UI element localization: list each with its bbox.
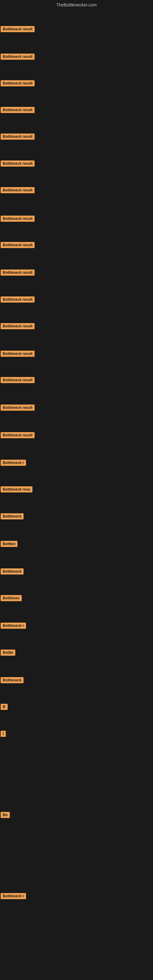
- bottleneck-badge-28: Bo: [1, 812, 10, 818]
- result-row-19[interactable]: Bottleneck: [1, 513, 24, 520]
- bottleneck-badge-1: Bottleneck result: [1, 26, 35, 32]
- result-row-28[interactable]: Bo: [1, 812, 10, 819]
- bottleneck-badge-15: Bottleneck result: [1, 404, 35, 411]
- bottleneck-badge-20: Bottlen: [1, 541, 18, 547]
- bottleneck-badge-16: Bottleneck result: [1, 432, 35, 438]
- result-row-22[interactable]: Bottlenec: [1, 595, 22, 602]
- bottleneck-badge-6: Bottleneck result: [1, 161, 35, 167]
- result-row-3[interactable]: Bottleneck result: [1, 80, 35, 88]
- bottleneck-badge-8: Bottleneck result: [1, 216, 35, 222]
- bottleneck-badge-9: Bottleneck result: [1, 242, 35, 248]
- result-row-13[interactable]: Bottleneck result: [1, 351, 35, 358]
- result-row-25[interactable]: Bottleneck: [1, 677, 24, 684]
- bottleneck-badge-29: Bottleneck r: [1, 893, 26, 899]
- result-row-16[interactable]: Bottleneck result: [1, 432, 35, 439]
- bottleneck-badge-10: Bottleneck result: [1, 269, 35, 275]
- result-row-17[interactable]: Bottleneck r: [1, 460, 26, 467]
- bottleneck-badge-19: Bottleneck: [1, 513, 24, 519]
- bottleneck-badge-22: Bottlenec: [1, 595, 22, 601]
- result-row-6[interactable]: Bottleneck result: [1, 161, 35, 168]
- result-row-2[interactable]: Bottleneck result: [1, 54, 35, 61]
- bottleneck-badge-27: I: [1, 731, 6, 737]
- result-row-18[interactable]: Bottleneck resu: [1, 486, 32, 494]
- result-row-10[interactable]: Bottleneck result: [1, 269, 35, 277]
- bottleneck-badge-3: Bottleneck result: [1, 80, 35, 86]
- result-row-21[interactable]: Bottleneck: [1, 568, 24, 576]
- bottleneck-badge-5: Bottleneck result: [1, 134, 35, 140]
- result-row-11[interactable]: Bottleneck result: [1, 296, 35, 304]
- result-row-14[interactable]: Bottleneck result: [1, 377, 35, 384]
- bottleneck-badge-18: Bottleneck resu: [1, 486, 32, 492]
- result-row-20[interactable]: Bottlen: [1, 541, 18, 548]
- result-row-1[interactable]: Bottleneck result: [1, 26, 35, 33]
- bottleneck-badge-23: Bottleneck r: [1, 623, 26, 629]
- bottleneck-badge-21: Bottleneck: [1, 568, 24, 574]
- result-row-12[interactable]: Bottleneck result: [1, 323, 35, 331]
- bottleneck-badge-26: B: [1, 704, 8, 710]
- result-row-26[interactable]: B: [1, 704, 8, 711]
- bottleneck-badge-11: Bottleneck result: [1, 296, 35, 302]
- bottleneck-badge-12: Bottleneck result: [1, 323, 35, 329]
- bottleneck-badge-4: Bottleneck result: [1, 107, 35, 113]
- bottleneck-badge-24: Bottle: [1, 649, 15, 656]
- result-row-8[interactable]: Bottleneck result: [1, 216, 35, 223]
- result-row-4[interactable]: Bottleneck result: [1, 107, 35, 114]
- bottleneck-badge-17: Bottleneck r: [1, 460, 26, 466]
- result-row-24[interactable]: Bottle: [1, 649, 15, 657]
- result-row-23[interactable]: Bottleneck r: [1, 623, 26, 630]
- bottleneck-badge-7: Bottleneck result: [1, 187, 35, 193]
- site-header: TheBottlenecker.com: [0, 0, 153, 9]
- bottleneck-badge-2: Bottleneck result: [1, 54, 35, 60]
- result-row-29[interactable]: Bottleneck r: [1, 893, 26, 900]
- result-row-5[interactable]: Bottleneck result: [1, 134, 35, 141]
- result-row-15[interactable]: Bottleneck result: [1, 404, 35, 412]
- bottleneck-badge-14: Bottleneck result: [1, 377, 35, 383]
- bottleneck-badge-13: Bottleneck result: [1, 351, 35, 357]
- result-row-7[interactable]: Bottleneck result: [1, 187, 35, 194]
- result-row-9[interactable]: Bottleneck result: [1, 242, 35, 249]
- bottleneck-badge-25: Bottleneck: [1, 677, 24, 683]
- result-row-27[interactable]: I: [1, 731, 6, 738]
